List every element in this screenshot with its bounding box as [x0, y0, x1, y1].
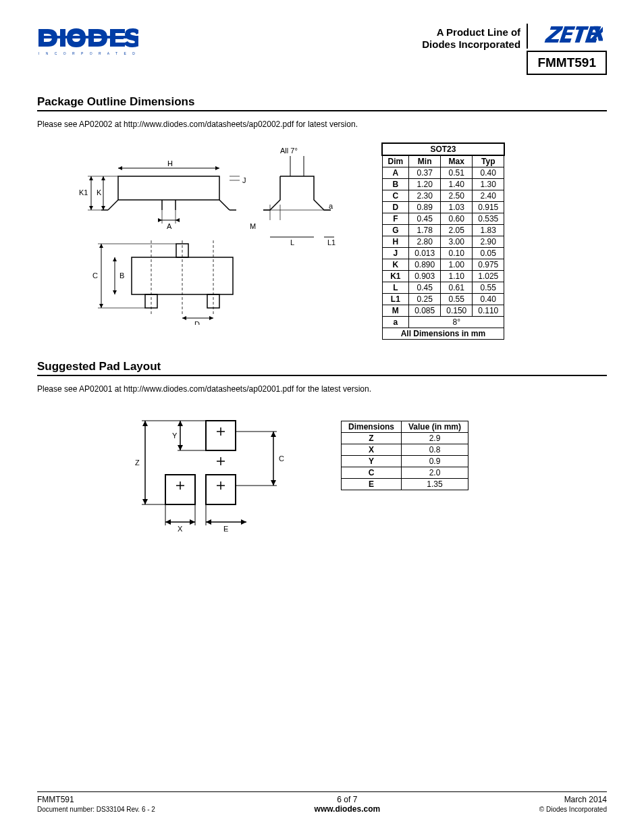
table-row: C2.302.502.40 [382, 190, 504, 202]
svg-text:a: a [329, 202, 333, 210]
svg-text:L: L [290, 238, 294, 246]
svg-marker-13 [215, 166, 219, 170]
svg-marker-84 [178, 421, 183, 426]
svg-marker-63 [182, 316, 186, 320]
table-title: SOT23 [382, 143, 504, 155]
svg-text:I N C O R P O R A T E D: I N C O R P O R A T E D [38, 51, 138, 55]
row-a-val: 8° [409, 317, 504, 328]
svg-line-5 [108, 200, 118, 210]
tagline: A Product Line of Diodes Incorporated [422, 26, 520, 51]
svg-text:E: E [223, 525, 228, 533]
tagline-line2: Diodes Incorporated [422, 38, 520, 50]
zetex-logo [527, 24, 607, 49]
page-header: I N C O R P O R A T E D ® A Product Line… [37, 24, 607, 75]
pad-dimensions-table: Dimensions Value (in mm) Z2.9X0.8Y0.9C2.… [341, 421, 468, 490]
svg-text:Y: Y [172, 432, 178, 440]
svg-text:B: B [119, 271, 124, 280]
page: I N C O R P O R A T E D ® A Product Line… [0, 0, 644, 834]
svg-rect-47 [207, 294, 219, 308]
footer-url: www.diodes.com [315, 804, 381, 814]
svg-marker-89 [271, 432, 276, 437]
pad-content-row: Z Y C X [37, 407, 607, 538]
package-content-row: All 7° H [37, 142, 607, 340]
svg-marker-30 [176, 218, 180, 222]
svg-text:D: D [194, 320, 200, 325]
svg-text:Z: Z [135, 459, 140, 467]
table-row: Y0.9 [342, 456, 468, 467]
table-row: K10.9031.101.025 [382, 271, 504, 282]
table-row: Z2.9 [342, 433, 468, 444]
table-row: L0.450.610.55 [382, 282, 504, 294]
table-row: K0.8901.000.975 [382, 259, 504, 271]
svg-marker-17 [89, 206, 93, 210]
svg-marker-64 [209, 316, 213, 320]
svg-marker-12 [118, 166, 122, 170]
svg-text:C: C [92, 271, 98, 280]
col-dim: Dim [382, 155, 409, 167]
svg-line-7 [219, 200, 230, 210]
svg-marker-54 [99, 304, 103, 308]
tagline-line1: A Product Line of [437, 26, 520, 38]
svg-text:C: C [279, 454, 284, 463]
pad-layout-diagram: Z Y C X [125, 407, 300, 538]
svg-marker-29 [158, 218, 162, 222]
svg-marker-95 [165, 519, 171, 525]
table-row: B1.201.401.30 [382, 179, 504, 190]
col-typ: Typ [473, 155, 504, 167]
svg-marker-56 [113, 257, 117, 261]
zetex-block: FMMT591 [527, 24, 607, 75]
svg-marker-20 [101, 206, 105, 210]
table-row: E1.35 [342, 479, 468, 490]
table-row: H2.803.002.90 [382, 236, 504, 248]
section-title-package: Package Outline Dimensions [37, 95, 607, 111]
footer-date: March 2014 [564, 795, 607, 804]
section-title-pad: Suggested Pad Layout [37, 360, 607, 376]
table-row: F0.450.600.535 [382, 213, 504, 225]
svg-text:®: ® [136, 43, 138, 47]
table-row: M0.0850.1500.110 [382, 305, 504, 317]
table-row: L10.250.550.40 [382, 294, 504, 305]
table-row: D0.891.030.915 [382, 202, 504, 213]
svg-text:X: X [178, 525, 183, 533]
col-val: Value (in mm) [402, 421, 468, 433]
footer-copyright: © Diodes Incorporated [539, 806, 607, 813]
section-note-package: Please see AP02002 at http://www.diodes.… [37, 120, 607, 129]
svg-marker-101 [206, 519, 211, 525]
label-all7: All 7° [280, 147, 298, 155]
package-outline-diagram: All 7° H [71, 142, 341, 327]
svg-marker-102 [241, 519, 246, 525]
svg-text:J: J [242, 176, 246, 184]
diodes-logo: I N C O R P O R A T E D ® [37, 24, 138, 57]
table-row: C2.0 [342, 467, 468, 479]
col-max: Max [441, 155, 473, 167]
page-footer: FMMT591 Document number: DS33104 Rev. 6 … [37, 791, 607, 814]
svg-marker-96 [190, 519, 195, 525]
footer-part: FMMT591 [37, 795, 74, 804]
svg-marker-79 [142, 499, 148, 504]
table-row: J0.0130.100.05 [382, 248, 504, 259]
svg-text:L1: L1 [327, 238, 336, 246]
svg-text:A: A [167, 222, 172, 230]
svg-rect-46 [145, 294, 157, 308]
header-right: A Product Line of Diodes Incorporated [422, 24, 607, 75]
package-dimensions-table: SOT23 Dim Min Max Typ A0.370.510.40B1.20… [381, 142, 505, 340]
svg-marker-90 [271, 480, 276, 486]
footer-left: FMMT591 Document number: DS33104 Rev. 6 … [37, 795, 155, 814]
svg-text:H: H [167, 159, 173, 167]
svg-text:K: K [97, 188, 102, 197]
svg-marker-57 [113, 290, 117, 294]
svg-text:M: M [250, 222, 256, 230]
svg-marker-16 [89, 176, 93, 180]
part-number-box: FMMT591 [527, 51, 607, 75]
svg-marker-19 [101, 176, 105, 180]
svg-rect-1 [38, 36, 138, 38]
svg-rect-4 [118, 176, 219, 200]
svg-marker-85 [178, 445, 183, 450]
table-row: A0.370.510.40 [382, 167, 504, 179]
row-a-dim: a [382, 317, 409, 328]
col-min: Min [409, 155, 441, 167]
footer-center: 6 of 7 www.diodes.com [315, 795, 381, 814]
svg-marker-78 [142, 421, 148, 426]
table-row: X0.8 [342, 444, 468, 456]
table-row: G1.782.051.83 [382, 225, 504, 236]
